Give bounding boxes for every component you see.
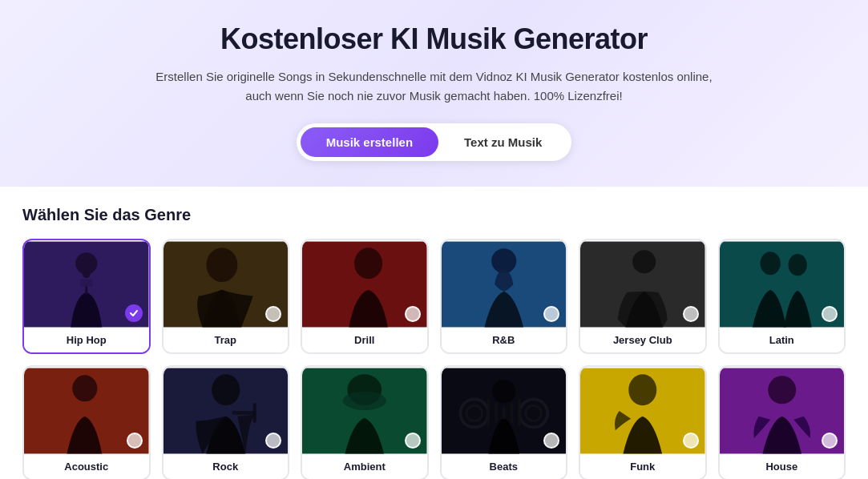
svg-rect-20 — [232, 411, 255, 415]
radio-badge-rock — [265, 433, 281, 449]
genre-image-beats — [442, 367, 567, 455]
radio-badge-trap — [265, 306, 281, 322]
svg-rect-3 — [80, 279, 93, 287]
genre-label-funk: Funk — [580, 455, 705, 479]
genre-card-rock[interactable]: Rock — [162, 365, 290, 479]
genre-image-rock — [164, 367, 289, 455]
genre-label-drill: Drill — [302, 328, 427, 352]
svg-point-12 — [632, 250, 656, 273]
genre-card-rnb[interactable]: R&B — [440, 239, 568, 354]
svg-point-17 — [72, 375, 97, 401]
genre-label-ambient: Ambient — [302, 455, 427, 479]
genre-card-drill[interactable]: Drill — [301, 239, 429, 354]
genre-image-funk — [580, 367, 705, 455]
radio-badge-funk — [683, 433, 699, 449]
genre-label-acoustic: Acoustic — [24, 455, 149, 479]
genre-image-hiphop — [24, 240, 149, 328]
radio-badge-drill — [405, 306, 421, 322]
svg-rect-32 — [495, 403, 498, 422]
page-title: Kostenloser KI Musik Generator — [16, 22, 852, 56]
selected-badge-hiphop — [125, 304, 143, 322]
genre-image-jerseyclub — [580, 240, 705, 328]
genre-card-house[interactable]: House — [718, 365, 846, 479]
svg-point-37 — [628, 374, 656, 405]
svg-point-15 — [788, 254, 806, 276]
radio-badge-beats — [543, 433, 559, 449]
tab-text-zu-musik[interactable]: Text zu Musik — [438, 127, 567, 157]
svg-point-4 — [83, 271, 91, 279]
genre-card-trap[interactable]: Trap — [162, 239, 290, 354]
genre-label-rnb: R&B — [442, 328, 567, 352]
genre-label-jerseyclub: Jersey Club — [580, 328, 705, 352]
genre-label-house: House — [720, 455, 845, 479]
genre-card-hiphop[interactable]: Hip Hop — [22, 239, 151, 354]
svg-rect-34 — [510, 403, 513, 422]
genre-section-title: Wählen Sie das Genre — [22, 206, 846, 224]
radio-badge-rnb — [543, 306, 559, 322]
tab-bar: Musik erstellen Text zu Musik — [297, 123, 572, 161]
main-content: Wählen Sie das Genre Hip Hop Trap Drill … — [0, 187, 868, 479]
radio-badge-house — [822, 433, 838, 449]
svg-point-19 — [212, 374, 240, 405]
svg-rect-21 — [252, 403, 256, 422]
svg-point-8 — [354, 248, 382, 279]
genre-label-latin: Latin — [720, 328, 845, 352]
genre-label-beats: Beats — [442, 455, 567, 479]
genre-image-latin — [720, 240, 845, 328]
genre-grid: Hip Hop Trap Drill R&B Jersey Club Latin… — [22, 239, 846, 479]
tab-musik-erstellen[interactable]: Musik erstellen — [301, 127, 438, 157]
genre-label-rock: Rock — [164, 455, 289, 479]
svg-rect-35 — [518, 399, 521, 426]
svg-point-14 — [760, 252, 780, 275]
radio-badge-jerseyclub — [683, 306, 699, 322]
genre-card-beats[interactable]: Beats — [440, 365, 568, 479]
genre-card-latin[interactable]: Latin — [718, 239, 846, 354]
genre-card-funk[interactable]: Funk — [579, 365, 707, 479]
genre-image-drill — [302, 240, 427, 328]
svg-point-24 — [343, 392, 386, 410]
genre-card-jerseyclub[interactable]: Jersey Club — [579, 239, 707, 354]
genre-card-ambient[interactable]: Ambient — [301, 365, 429, 479]
svg-rect-33 — [502, 407, 505, 419]
genre-image-rnb — [442, 240, 567, 328]
genre-image-ambient — [302, 367, 427, 455]
radio-badge-ambient — [405, 433, 421, 449]
genre-card-acoustic[interactable]: Acoustic — [22, 365, 151, 479]
radio-badge-latin — [822, 306, 838, 322]
svg-rect-31 — [486, 399, 490, 426]
genre-label-trap: Trap — [164, 328, 289, 352]
genre-label-hiphop: Hip Hop — [24, 328, 149, 352]
genre-image-house — [720, 367, 845, 455]
svg-point-26 — [492, 380, 515, 403]
genre-image-acoustic — [24, 367, 149, 455]
radio-badge-acoustic — [127, 433, 143, 449]
hero-description: Erstellen Sie originelle Songs in Sekund… — [154, 67, 715, 106]
svg-point-6 — [206, 248, 237, 282]
hero-section: Kostenloser KI Musik Generator Erstellen… — [0, 0, 868, 187]
svg-point-39 — [768, 376, 796, 404]
genre-image-trap — [164, 240, 289, 328]
